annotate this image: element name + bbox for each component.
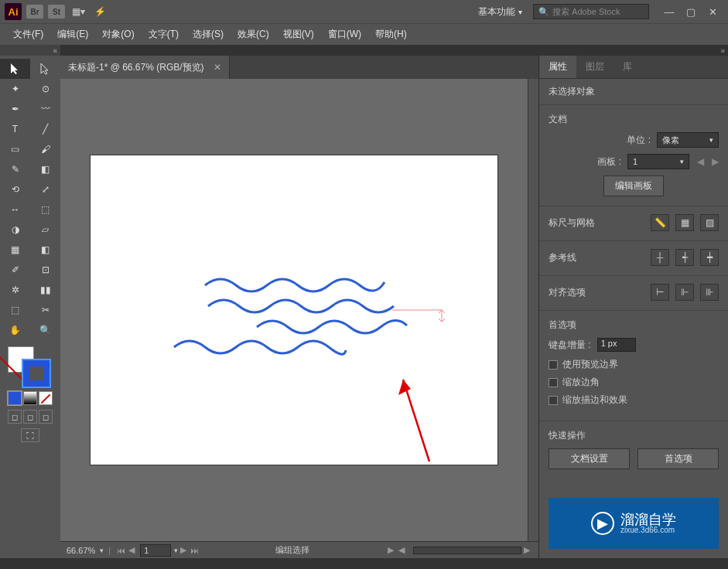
workspace-switcher[interactable]: 基本功能 xyxy=(478,5,522,19)
color-mode-icon[interactable] xyxy=(8,391,22,405)
gradient-mode-icon[interactable] xyxy=(23,391,37,405)
artboard-tool[interactable]: ⬚ xyxy=(0,300,30,320)
column-graph-tool[interactable]: ▮▮ xyxy=(30,280,60,300)
document-tab[interactable]: 未标题-1* @ 66.67% (RGB/预览) ✕ xyxy=(60,56,230,79)
menu-view[interactable]: 视图(V) xyxy=(276,24,321,46)
slice-tool[interactable]: ✂ xyxy=(30,300,60,320)
stroke-swatch[interactable] xyxy=(23,360,50,387)
use-preview-label: 使用预览边界 xyxy=(562,358,618,371)
artboard xyxy=(91,155,497,465)
width-tool[interactable]: ↔ xyxy=(0,199,30,220)
menu-file[interactable]: 文件(F) xyxy=(6,24,50,46)
magic-wand-tool[interactable]: ✦ xyxy=(0,79,30,99)
menu-effect[interactable]: 效果(C) xyxy=(231,24,276,46)
rotate-tool[interactable]: ⟲ xyxy=(0,179,30,199)
fill-stroke-swatches[interactable] xyxy=(0,345,60,388)
menu-type[interactable]: 文字(T) xyxy=(142,24,186,46)
selection-tool[interactable] xyxy=(0,59,30,79)
menu-window[interactable]: 窗口(W) xyxy=(321,24,368,46)
bridge-button[interactable]: Br xyxy=(26,5,43,19)
vertical-scrollbar[interactable] xyxy=(528,79,538,541)
direct-selection-tool[interactable] xyxy=(30,59,60,79)
scale-tool[interactable]: ⤢ xyxy=(30,179,60,199)
keyboard-increment-label: 键盘增量 : xyxy=(549,339,591,352)
menu-select[interactable]: 选择(S) xyxy=(186,24,231,46)
shaper-tool[interactable]: ✎ xyxy=(0,159,30,179)
arrange-docs-icon[interactable]: ▦▾ xyxy=(70,3,87,20)
perspective-tool[interactable]: ▱ xyxy=(30,220,60,240)
grid-icon[interactable]: ▦ xyxy=(675,214,694,231)
preferences-button[interactable]: 首选项 xyxy=(637,448,719,469)
guides-show-icon[interactable]: ┼ xyxy=(651,249,669,266)
snap-point-icon[interactable]: ⊢ xyxy=(651,284,669,301)
blend-tool[interactable]: ⊡ xyxy=(30,260,60,280)
toolbar-collapse-icon[interactable]: « xyxy=(53,46,57,55)
guides-lock-icon[interactable]: ┽ xyxy=(675,249,694,266)
pen-tool[interactable]: ✒ xyxy=(0,99,30,119)
free-transform-tool[interactable]: ⬚ xyxy=(30,199,60,220)
artboard-prev-icon[interactable]: ◀ xyxy=(697,156,704,167)
panel-collapse-icon[interactable]: » xyxy=(720,46,725,55)
smart-guides-icon[interactable]: ┿ xyxy=(700,249,719,266)
keyboard-increment-input[interactable]: 1 px xyxy=(597,338,636,352)
scale-strokes-checkbox[interactable] xyxy=(549,396,558,405)
screen-mode-icon[interactable]: ⛶ xyxy=(21,428,39,442)
artboard-next-icon[interactable]: ▶ xyxy=(712,156,719,167)
symbol-sprayer-tool[interactable]: ✲ xyxy=(0,280,30,300)
transparency-grid-icon[interactable]: ▨ xyxy=(700,214,719,231)
zoom-tool[interactable]: 🔍 xyxy=(30,320,60,340)
gpu-icon[interactable]: ⚡ xyxy=(91,3,108,20)
gradient-tool[interactable]: ◧ xyxy=(30,240,60,260)
paintbrush-tool[interactable]: 🖌 xyxy=(30,139,60,159)
zoom-level[interactable]: 66.67% xyxy=(67,546,95,555)
shape-builder-tool[interactable]: ◑ xyxy=(0,220,30,240)
prev-artboard-icon[interactable]: ◀ xyxy=(126,545,137,555)
last-artboard-icon[interactable]: ⏭ xyxy=(189,546,200,555)
draw-normal-icon[interactable]: ◻ xyxy=(8,410,22,424)
ruler-icon[interactable]: 📏 xyxy=(651,214,669,231)
maximize-button[interactable]: ▢ xyxy=(680,4,702,19)
hand-tool[interactable]: ✋ xyxy=(0,320,30,340)
artboard-dropdown[interactable]: 1 xyxy=(627,154,689,169)
tab-libraries[interactable]: 库 xyxy=(614,56,641,78)
menu-object[interactable]: 对象(O) xyxy=(95,24,141,46)
tab-properties[interactable]: 属性 xyxy=(539,56,576,78)
document-setup-button[interactable]: 文档设置 xyxy=(549,448,630,469)
scale-corners-checkbox[interactable] xyxy=(549,378,558,387)
edit-artboards-button[interactable]: 编辑画板 xyxy=(603,175,664,196)
next-artboard-icon[interactable]: ▶ xyxy=(178,545,189,555)
tab-close-icon[interactable]: ✕ xyxy=(214,62,221,73)
draw-behind-icon[interactable]: ◻ xyxy=(23,410,37,424)
snap-pixel-icon[interactable]: ⊪ xyxy=(700,284,719,301)
close-button[interactable]: ✕ xyxy=(702,4,723,19)
snap-grid-icon[interactable]: ⊩ xyxy=(675,284,694,301)
scale-corners-label: 缩放边角 xyxy=(562,376,600,389)
curvature-tool[interactable]: 〰 xyxy=(30,99,60,119)
draw-inside-icon[interactable]: ◻ xyxy=(39,410,53,424)
units-dropdown[interactable]: 像素 xyxy=(657,132,719,148)
menu-edit[interactable]: 编辑(E) xyxy=(50,24,95,46)
tab-layers[interactable]: 图层 xyxy=(576,56,614,78)
play-icon: ▶ xyxy=(591,512,614,535)
minimize-button[interactable]: ― xyxy=(658,4,680,19)
rectangle-tool[interactable]: ▭ xyxy=(0,139,30,159)
status-popup-icon[interactable]: ▶ xyxy=(385,545,396,555)
eyedropper-tool[interactable]: ✐ xyxy=(0,260,30,280)
line-tool[interactable]: ╱ xyxy=(30,119,60,139)
first-artboard-icon[interactable]: ⏮ xyxy=(115,546,126,555)
type-tool[interactable]: T xyxy=(0,119,30,139)
use-preview-checkbox[interactable] xyxy=(549,360,558,370)
align-options-label: 对齐选项 xyxy=(549,286,644,299)
artboard-number-input[interactable]: 1 xyxy=(140,544,171,557)
none-mode-icon[interactable] xyxy=(39,391,53,405)
stock-button[interactable]: St xyxy=(48,5,65,19)
logo-sub: zixue.3d66.com xyxy=(620,526,676,534)
canvas[interactable] xyxy=(60,79,528,541)
app-logo-ai: Ai xyxy=(5,3,22,20)
search-input[interactable]: 🔍搜索 Adobe Stock xyxy=(533,4,649,19)
horizontal-scrollbar[interactable] xyxy=(413,547,521,554)
mesh-tool[interactable]: ▦ xyxy=(0,240,30,260)
menu-help[interactable]: 帮助(H) xyxy=(368,24,414,46)
eraser-tool[interactable]: ◧ xyxy=(30,159,60,179)
lasso-tool[interactable]: ⊙ xyxy=(30,79,60,99)
